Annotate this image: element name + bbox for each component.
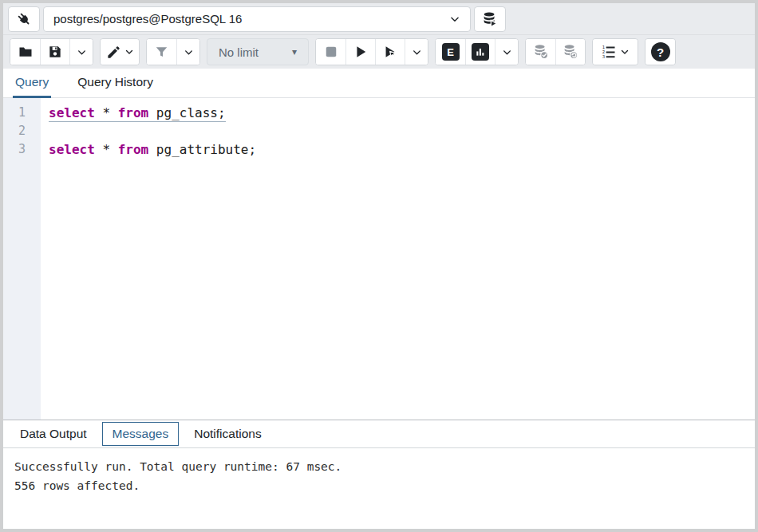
- connection-select-value: postgres/postgres@PostgreSQL 16: [53, 12, 242, 26]
- connection-chevron-icon: [449, 14, 460, 25]
- help-icon: ?: [651, 42, 670, 61]
- connection-bar: postgres/postgres@PostgreSQL 16: [3, 3, 755, 35]
- row-limit-select[interactable]: No limit ▾: [207, 38, 309, 65]
- explain-icon: E: [442, 43, 460, 61]
- save-chevron-icon: [77, 47, 87, 57]
- code-line[interactable]: [49, 122, 755, 140]
- tab-messages[interactable]: Messages: [102, 422, 180, 446]
- execute-chevron-icon: [412, 47, 422, 57]
- explain-chevron-icon: [502, 47, 512, 57]
- toolbar: No limit ▾: [3, 35, 755, 69]
- rollback-icon: [562, 43, 579, 61]
- open-file-icon: [18, 44, 34, 60]
- explain-button[interactable]: E: [436, 39, 465, 65]
- sql-editor[interactable]: 123 select * from pg_class; select * fro…: [3, 98, 755, 420]
- code-lines[interactable]: select * from pg_class; select * from pg…: [41, 98, 755, 420]
- execute-dropdown-button[interactable]: [405, 39, 428, 65]
- edit-button-group: [100, 38, 140, 65]
- help-button-group: ?: [645, 38, 676, 65]
- open-file-button[interactable]: [10, 39, 40, 65]
- commit-icon: [532, 43, 550, 61]
- filter-button[interactable]: [147, 39, 176, 65]
- connection-status-button[interactable]: [8, 6, 40, 32]
- execute-current-button[interactable]: [375, 39, 405, 65]
- stop-button[interactable]: [316, 39, 345, 65]
- edit-button[interactable]: [101, 39, 139, 65]
- rollback-button[interactable]: [555, 39, 585, 65]
- filter-button-group: [146, 38, 200, 65]
- execute-icon: [353, 44, 369, 60]
- execute-options-icon: [382, 44, 398, 60]
- tab-query[interactable]: Query: [13, 69, 51, 98]
- commit-button[interactable]: [526, 39, 555, 65]
- macros-icon: 1 2 3: [601, 44, 617, 60]
- filter-chevron-icon: [184, 47, 194, 57]
- stop-icon: [323, 44, 339, 60]
- line-number-gutter: 123: [3, 98, 41, 420]
- query-tool-window: postgres/postgres@PostgreSQL 16: [0, 0, 758, 532]
- new-connection-button[interactable]: [474, 6, 506, 32]
- edit-icon: [106, 45, 121, 60]
- message-line: Successfully run. Total query runtime: 6…: [14, 457, 744, 476]
- transaction-button-group: [525, 38, 586, 65]
- explain-button-group: E: [435, 38, 519, 65]
- svg-text:3: 3: [602, 54, 605, 59]
- macros-chevron-icon: [620, 47, 630, 57]
- output-tab-bar: Data Output Messages Notifications: [3, 420, 755, 448]
- editor-tab-bar: Query Query History: [3, 69, 755, 98]
- messages-content: Successfully run. Total query runtime: 6…: [3, 448, 755, 529]
- line-number: 2: [3, 122, 41, 140]
- explain-dropdown-button[interactable]: [495, 39, 518, 65]
- tab-notifications[interactable]: Notifications: [188, 422, 266, 446]
- tab-query-history[interactable]: Query History: [75, 69, 156, 98]
- row-limit-caret-icon: ▾: [292, 46, 297, 57]
- save-icon: [47, 44, 63, 60]
- macros-button[interactable]: 1 2 3: [593, 39, 638, 65]
- filter-options-button[interactable]: [176, 39, 199, 65]
- code-line[interactable]: select * from pg_class;: [49, 104, 755, 122]
- save-options-button[interactable]: [69, 39, 93, 65]
- file-button-group: [10, 38, 93, 65]
- code-line[interactable]: select * from pg_attribute;: [49, 140, 755, 159]
- edit-chevron-icon: [124, 47, 134, 57]
- database-new-icon: [481, 10, 499, 28]
- output-panel: Data Output Messages Notifications Succe…: [3, 420, 755, 529]
- help-button[interactable]: ?: [645, 39, 675, 65]
- row-limit-value: No limit: [219, 45, 259, 59]
- explain-analyze-button[interactable]: [465, 39, 495, 65]
- save-button[interactable]: [40, 39, 69, 65]
- execute-button-group: [315, 38, 428, 65]
- macros-button-group: 1 2 3: [592, 38, 638, 65]
- message-line: 556 rows affected.: [14, 476, 744, 495]
- tab-data-output[interactable]: Data Output: [14, 422, 93, 446]
- plug-icon: [15, 10, 33, 28]
- filter-icon: [154, 45, 169, 60]
- line-number: 1: [3, 104, 41, 122]
- explain-analyze-icon: [472, 43, 489, 61]
- execute-button[interactable]: [345, 39, 375, 65]
- connection-select[interactable]: postgres/postgres@PostgreSQL 16: [43, 6, 471, 32]
- line-number: 3: [3, 140, 41, 159]
